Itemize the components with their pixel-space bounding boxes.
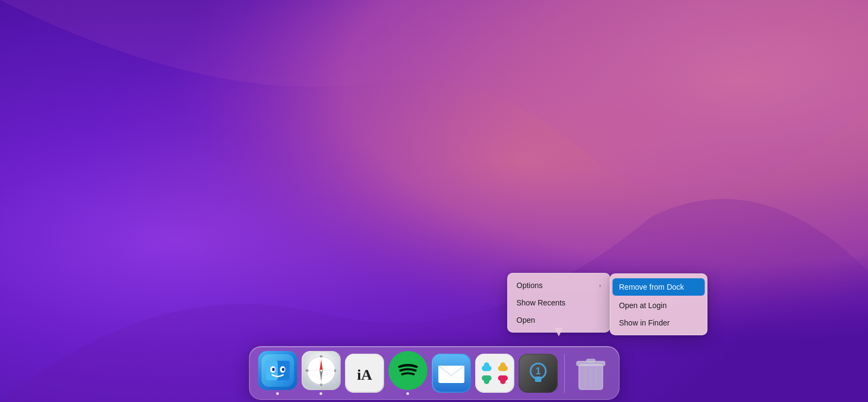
context-submenu: Remove from Dock Open at Login Show in F…	[610, 273, 707, 335]
dock-separator	[564, 354, 565, 393]
submenu-item-remove-from-dock[interactable]: Remove from Dock	[612, 278, 705, 296]
svg-point-23	[390, 352, 426, 389]
svg-rect-34	[498, 375, 508, 381]
svg-text:1: 1	[535, 366, 540, 377]
desktop-background	[0, 0, 868, 402]
submenu-item-show-in-finder[interactable]: Show in Finder	[610, 314, 707, 331]
context-menu-options-label: Options	[516, 281, 542, 290]
context-menu-item-options[interactable]: Options › Remove from Dock Open at Login…	[508, 277, 610, 294]
safari-icon-svg: N S W E	[303, 352, 340, 389]
safari-icon: N S W E	[302, 351, 341, 390]
ia-writer-icon: iA	[345, 354, 384, 393]
chevron-right-icon: ›	[599, 282, 601, 289]
submenu-item-open-at-login[interactable]: Open at Login	[610, 297, 707, 314]
mail-icon	[432, 354, 471, 393]
context-menu-open-label: Open	[516, 316, 535, 324]
dock-icon-safari[interactable]: N S W E	[302, 351, 341, 395]
1password-icon-svg: 1	[520, 355, 557, 392]
context-menu-main: Options › Remove from Dock Open at Login…	[507, 273, 610, 333]
spotify-dot	[406, 392, 409, 395]
svg-rect-28	[482, 366, 492, 371]
finder-icon	[258, 351, 297, 390]
trash-icon-svg	[572, 355, 609, 392]
svg-rect-32	[482, 375, 492, 381]
svg-text:W: W	[305, 369, 309, 372]
spotify-icon-svg	[390, 352, 426, 389]
dock-area: N S W E iA	[0, 346, 868, 402]
svg-rect-30	[498, 366, 508, 371]
spotify-icon	[388, 351, 427, 390]
dock-icon-slack[interactable]	[475, 354, 514, 393]
svg-text:E: E	[334, 369, 336, 372]
dock-icon-finder[interactable]	[258, 351, 297, 395]
desktop	[0, 0, 868, 402]
dock: N S W E iA	[249, 346, 620, 400]
context-menu: Options › Remove from Dock Open at Login…	[507, 273, 610, 333]
slack-icon	[475, 354, 514, 393]
trash-icon	[571, 354, 610, 393]
dock-icon-spotify[interactable]	[388, 351, 427, 395]
dock-icon-ia-writer[interactable]: iA	[345, 354, 384, 393]
context-menu-show-recents-label: Show Recents	[516, 298, 565, 307]
svg-point-9	[282, 368, 284, 371]
1password-icon: 1	[519, 354, 558, 393]
svg-text:S: S	[320, 383, 322, 386]
svg-rect-38	[535, 377, 541, 382]
svg-rect-26	[476, 355, 513, 392]
dock-icon-1password[interactable]: 1	[519, 354, 558, 393]
context-menu-item-show-recents[interactable]: Show Recents	[508, 294, 610, 311]
mail-icon-svg	[433, 355, 470, 392]
svg-point-8	[272, 368, 275, 371]
finder-icon-svg	[261, 354, 294, 387]
safari-dot	[320, 392, 322, 395]
svg-rect-41	[586, 359, 595, 362]
ia-writer-icon-svg: iA	[346, 355, 383, 392]
dock-icon-trash[interactable]	[571, 354, 610, 393]
dock-icon-mail[interactable]	[432, 354, 471, 393]
context-menu-item-open[interactable]: Open	[508, 311, 610, 329]
finder-dot	[276, 392, 279, 395]
svg-text:iA: iA	[357, 366, 373, 383]
slack-icon-svg	[476, 355, 513, 392]
svg-text:N: N	[320, 355, 322, 358]
